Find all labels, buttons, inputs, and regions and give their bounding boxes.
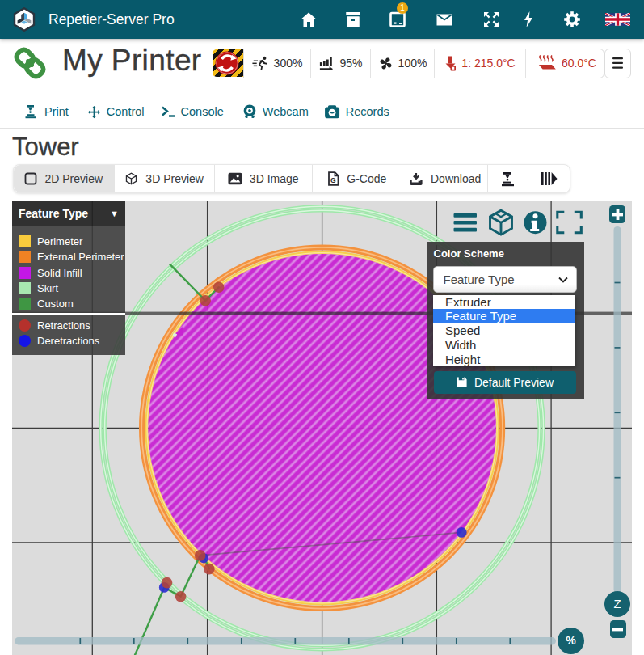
svg-text:G: G [330,176,336,184]
